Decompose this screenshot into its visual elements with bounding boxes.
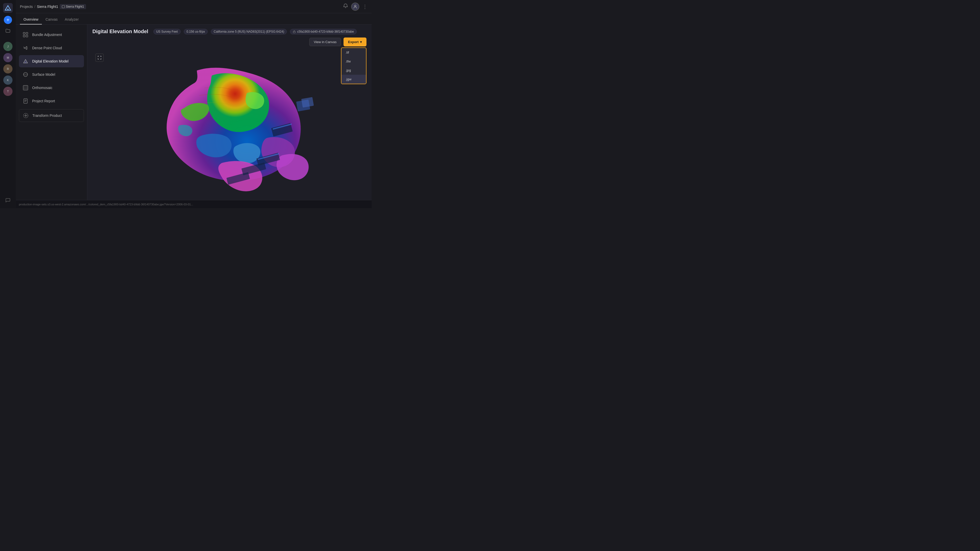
digital-elevation-model-label: Digital Elevation Model (32, 59, 68, 63)
hash-value: c5fa1900-bd40-4723-b9dd-36f140730abe (297, 30, 354, 33)
header-right: ⋮ (343, 3, 368, 11)
main-content: Digital Elevation Model US Survey Feet 0… (87, 24, 372, 200)
chat-icon-button[interactable] (3, 195, 13, 205)
svg-rect-20 (23, 86, 28, 90)
svg-rect-3 (62, 5, 65, 8)
map-area (92, 51, 366, 195)
nav-tabs: Overview Canvas Analyzer (16, 13, 372, 24)
dense-point-cloud-icon (22, 44, 29, 52)
svg-rect-6 (26, 32, 28, 34)
view-canvas-button[interactable]: View in Canvas (309, 38, 341, 46)
projects-link[interactable]: Projects (20, 5, 33, 9)
project-report-label: Project Report (32, 99, 55, 103)
orthomosaic-icon (22, 84, 29, 91)
bundle-adjustment-icon (22, 31, 29, 38)
notifications-button[interactable] (343, 3, 348, 10)
tab-overview[interactable]: Overview (20, 15, 42, 24)
sidebar-item-project-report[interactable]: Project Report (19, 95, 84, 107)
svg-point-12 (25, 48, 26, 48)
transform-product-label: Transform Product (32, 114, 62, 118)
status-url: production-image-sets.s3.us-west-2.amazo… (19, 203, 193, 206)
export-option-jgw[interactable]: .jgw (342, 75, 366, 84)
tab-canvas[interactable]: Canvas (42, 15, 61, 24)
user-avatar-button[interactable] (351, 3, 360, 11)
fullscreen-icon (98, 56, 101, 59)
avatar-4[interactable]: K (3, 76, 13, 85)
svg-rect-32 (293, 32, 295, 33)
export-option-tfw[interactable]: .tfw (342, 57, 366, 66)
surface-model-label: Surface Model (32, 73, 55, 76)
svg-point-13 (24, 47, 24, 48)
tab-analyzer[interactable]: Analyzer (61, 15, 82, 24)
svg-point-4 (355, 5, 356, 6)
export-container: Export ▾ .tif .tfw .jpg .jgw (344, 38, 366, 46)
transform-product-icon (22, 112, 29, 119)
content-header-right: View in Canvas Export ▾ .tif .tfw .jpg .… (309, 38, 366, 46)
svg-rect-8 (26, 35, 28, 37)
more-button[interactable]: ⋮ (363, 3, 368, 10)
export-label: Export (348, 40, 359, 44)
dense-point-cloud-label: Dense Point Cloud (32, 46, 62, 50)
avatar-1[interactable]: J (3, 42, 13, 51)
export-button[interactable]: Export ▾ (344, 38, 366, 46)
content-title: Digital Elevation Model (92, 29, 148, 35)
svg-point-14 (27, 48, 28, 48)
avatar-2[interactable]: M (3, 53, 13, 62)
left-sidebar: + J M R K T (0, 0, 16, 208)
avatar-5[interactable]: T (3, 87, 13, 96)
svg-rect-5 (23, 32, 25, 34)
export-dropdown: .tif .tfw .jpg .jgw (341, 48, 366, 84)
tag-hash: c5fa1900-bd40-4723-b9dd-36f140730abe (290, 29, 356, 35)
lock-icon (293, 30, 296, 33)
dem-visualization (92, 51, 366, 195)
main-header: Projects / Sierra Flight1 Sierra Flight1… (16, 0, 372, 13)
sidebar-item-digital-elevation-model[interactable]: Digital Elevation Model (19, 55, 84, 67)
fullscreen-button[interactable] (95, 54, 103, 62)
svg-point-9 (24, 48, 25, 48)
left-panel: Bundle Adjustment Dense Point Cloud Digi… (16, 24, 87, 200)
digital-elevation-model-icon (22, 58, 29, 65)
transform-product-button[interactable]: Transform Product (19, 109, 84, 122)
app-logo (3, 3, 13, 13)
content-header: Digital Elevation Model US Survey Feet 0… (87, 24, 372, 51)
add-button[interactable]: + (4, 16, 12, 24)
surface-model-icon (22, 71, 29, 78)
project-chip[interactable]: Sierra Flight1 (60, 4, 86, 9)
export-option-tif[interactable]: .tif (342, 48, 366, 57)
breadcrumb: Projects / Sierra Flight1 Sierra Flight1 (20, 4, 86, 9)
svg-rect-0 (3, 3, 13, 13)
svg-point-11 (26, 48, 27, 49)
svg-rect-7 (23, 35, 25, 37)
tag-projection: California zone 5 (ftUS) NAD83(2011) (EP… (211, 29, 287, 35)
tag-units: US Survey Feet (153, 29, 181, 35)
sidebar-item-orthomosaic[interactable]: Orthomosaic (19, 82, 84, 94)
svg-point-10 (26, 46, 27, 48)
chip-label: Sierra Flight1 (66, 5, 84, 8)
bundle-adjustment-label: Bundle Adjustment (32, 33, 62, 37)
orthomosaic-label: Orthomosaic (32, 86, 52, 90)
folder-button[interactable] (3, 26, 13, 36)
project-name: Sierra Flight1 (37, 5, 58, 9)
svg-rect-25 (24, 99, 27, 103)
sidebar-item-bundle-adjustment[interactable]: Bundle Adjustment (19, 29, 84, 41)
chip-icon (62, 5, 65, 8)
project-report-icon (22, 97, 29, 105)
export-option-jpg[interactable]: .jpg (342, 66, 366, 75)
tag-resolution: 0.156 us-ft/px (184, 29, 208, 35)
status-bar: production-image-sets.s3.us-west-2.amazo… (16, 200, 372, 208)
sidebar-item-surface-model[interactable]: Surface Model (19, 68, 84, 81)
breadcrumb-separator: / (35, 5, 35, 9)
export-chevron-icon: ▾ (360, 40, 362, 44)
avatar-3[interactable]: R (3, 64, 13, 73)
sidebar-item-dense-point-cloud[interactable]: Dense Point Cloud (19, 42, 84, 54)
